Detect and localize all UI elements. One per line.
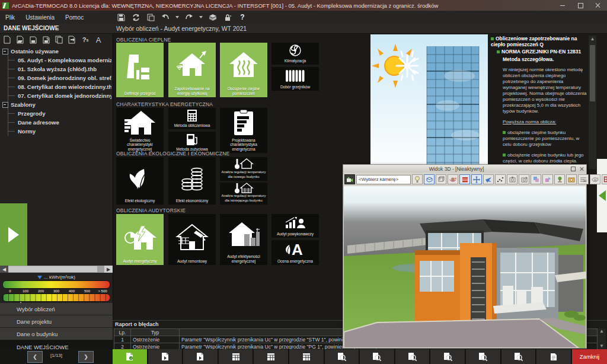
- scroll-thumb[interactable]: [590, 45, 595, 101]
- redo-dropdown-icon[interactable]: [199, 16, 203, 18]
- help-template-icon[interactable]: ?s: [81, 35, 90, 44]
- tile-dobor-grzejnikow[interactable]: Dobór grzejników: [271, 67, 319, 91]
- tab-preview-4[interactable]: [430, 349, 465, 364]
- axonometric-view-icon[interactable]: [436, 174, 446, 184]
- save-view-icon[interactable]: [507, 174, 517, 184]
- tree-item[interactable]: Przegrody: [2, 109, 111, 118]
- tile-swiadectwo[interactable]: Świadectwo charakterystyki energetycznej: [116, 108, 164, 153]
- tree-item[interactable]: 09. Domek jednorodzinny obl. strefą.thb: [2, 74, 111, 82]
- nav-dane-o-budynku[interactable]: Dane o budynku: [0, 328, 113, 340]
- tab-preview-3[interactable]: [395, 349, 430, 364]
- tile-analiza-nowego[interactable]: Analiza regulacji temperatury dla nowego…: [220, 157, 267, 181]
- fonts-icon[interactable]: A: [94, 35, 103, 44]
- menu-help[interactable]: Pomoc: [60, 11, 89, 24]
- tab-report-1[interactable]: [113, 349, 148, 364]
- tree-group-templates[interactable]: Szablony: [2, 100, 111, 109]
- tab-table-1[interactable]: [219, 349, 254, 364]
- nav-dane-projektu[interactable]: Dane projektu: [0, 315, 113, 328]
- shadow-settings-icon[interactable]: [542, 174, 553, 184]
- 3d-close-button[interactable]: [578, 166, 585, 172]
- tree-item[interactable]: Normy: [2, 127, 111, 136]
- light-icon[interactable]: [412, 174, 423, 184]
- tile-analiza-istniejacego[interactable]: Analiza regulacji temperatury dla istnie…: [220, 183, 267, 205]
- scroll-down-icon[interactable]: ▼: [598, 343, 606, 349]
- flythrough-icon[interactable]: [483, 174, 494, 184]
- tile-audyt-remontowy[interactable]: Audyt remontowy: [168, 214, 216, 265]
- error-scrollbar[interactable]: ▲ ▼: [598, 328, 606, 349]
- tree-item[interactable]: Dane adresowe: [2, 118, 111, 127]
- panel-expander-right[interactable]: [597, 159, 607, 232]
- collapse-icon[interactable]: [2, 49, 8, 55]
- package-icon[interactable]: [208, 12, 218, 22]
- help-icon[interactable]: ?: [238, 12, 247, 22]
- tile-obciazenie-cieplne[interactable]: Obciążenie cieplne pomieszczeń: [220, 43, 267, 97]
- tab-preview-1[interactable]: [325, 349, 360, 364]
- undo-icon[interactable]: [161, 12, 170, 22]
- tab-report-2[interactable]: [148, 349, 183, 364]
- tab-table-2[interactable]: [254, 349, 289, 364]
- tile-klimatyzacja[interactable]: Klimatyzacja: [271, 43, 319, 65]
- tile-zapotrzebowanie[interactable]: Zapotrzebowanie na energię użytkową: [168, 43, 216, 97]
- tab-table-3[interactable]: [289, 349, 324, 364]
- snapshot-icon[interactable]: [566, 174, 577, 184]
- license-lock-icon[interactable]: [223, 12, 232, 22]
- rotate-3d-icon[interactable]: 3D: [590, 174, 600, 184]
- tile-audyt-powykonawczy[interactable]: Audyt powykonawczy: [271, 214, 319, 238]
- tile-metoda-obliczeniowa[interactable]: Metoda obliczeniowa: [168, 108, 216, 129]
- clipping-icon[interactable]: [602, 174, 607, 184]
- tab-preview-6[interactable]: [501, 349, 536, 364]
- tile-metoda-zuzyciowa[interactable]: Metoda zużyciowa: [168, 132, 216, 153]
- nav-wybor-obliczen[interactable]: Wybór obliczeń: [0, 303, 113, 315]
- prev-page-button[interactable]: ❮: [27, 351, 43, 363]
- import-file-icon[interactable]: [68, 35, 77, 44]
- tile-efekt-ekologiczny[interactable]: Efekt ekologiczny: [116, 157, 164, 205]
- tile-audyt-energetyczny[interactable]: Audyt energetyczny: [116, 214, 164, 265]
- col-lp[interactable]: Lp.: [114, 329, 131, 336]
- save-file-icon[interactable]: [28, 35, 38, 44]
- view-3d-settings-icon[interactable]: 3D: [578, 174, 589, 184]
- shadows-icon[interactable]: [531, 174, 541, 184]
- tile-efekt-ekonomiczny[interactable]: Efekt ekonomiczny: [168, 157, 216, 205]
- tab-report-3[interactable]: [183, 349, 218, 364]
- scroll-thumb[interactable]: [8, 266, 97, 272]
- info-scrollbar[interactable]: ▲: [589, 36, 596, 169]
- tab-document[interactable]: [536, 349, 571, 364]
- tree-item[interactable]: 05. Audyt - Kompleksowa modernizacja: [2, 56, 111, 65]
- next-page-button[interactable]: ❯: [78, 351, 94, 363]
- scroll-up-icon[interactable]: ▲: [598, 328, 606, 334]
- tree-item[interactable]: 01. Szkoła wyższa (chłód).thb: [2, 65, 111, 74]
- tree-group-recent[interactable]: Ostatnio używane: [2, 47, 111, 56]
- close-button[interactable]: [589, 0, 607, 11]
- tile-audyt-efektywnosci[interactable]: Audyt efektywności energetycznej: [220, 214, 267, 265]
- collapse-icon[interactable]: [2, 102, 8, 108]
- tree-item[interactable]: 08. Certyfikat dom wielorodzinny.thb: [2, 82, 111, 91]
- 3d-viewport[interactable]: [344, 186, 586, 348]
- tile-ocena-energetyczna[interactable]: A Ocena energetyczna: [271, 240, 319, 265]
- tab-preview-2[interactable]: [360, 349, 395, 364]
- sidebar-hscrollbar[interactable]: ◀ ▶: [0, 266, 113, 273]
- orbit-icon[interactable]: [448, 174, 458, 184]
- save-as-icon[interactable]: [41, 35, 51, 44]
- minimize-button[interactable]: [554, 0, 571, 11]
- perspective-view-icon[interactable]: [424, 174, 435, 184]
- menu-file[interactable]: Plik: [0, 11, 20, 24]
- scroll-up-icon[interactable]: ▲: [589, 36, 596, 43]
- copy-file-icon[interactable]: [55, 35, 64, 44]
- scroll-left-icon[interactable]: ◀: [0, 266, 8, 273]
- walk-path-icon[interactable]: [495, 174, 506, 184]
- new-file-icon[interactable]: [2, 35, 12, 44]
- open-file-icon[interactable]: [15, 35, 25, 44]
- tree-item[interactable]: 07. Certyfikat domek jednorodzinny.thb: [2, 91, 111, 100]
- refresh-icon[interactable]: [131, 12, 140, 22]
- scroll-right-icon[interactable]: ▶: [104, 266, 113, 273]
- 3d-maximize-button[interactable]: [570, 166, 577, 172]
- col-typ[interactable]: Typ: [131, 329, 180, 336]
- paste-icon[interactable]: [146, 12, 155, 22]
- pan-icon[interactable]: [471, 174, 482, 184]
- redo-icon[interactable]: [184, 12, 194, 22]
- undo-dropdown-icon[interactable]: [175, 16, 179, 18]
- tile-projektowana[interactable]: Projektowana charakterystyka energetyczn…: [220, 108, 267, 153]
- tab-preview-5[interactable]: [466, 349, 501, 364]
- save-icon[interactable]: [116, 12, 126, 22]
- load-view-icon[interactable]: [519, 174, 529, 184]
